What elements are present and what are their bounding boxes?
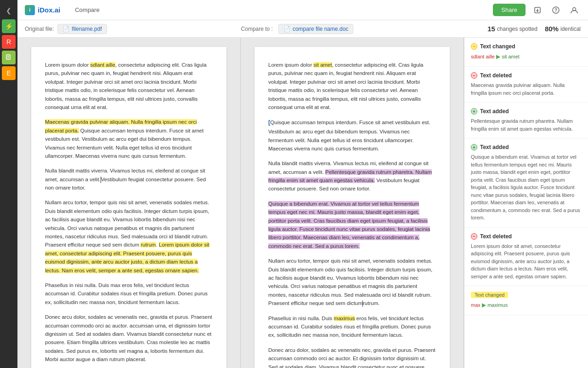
change-body-3: Pellentesque gravida rutrum pharetra. Nu… bbox=[471, 117, 582, 132]
left-para-3: Nulla blandit mattis viverra. Vivamus le… bbox=[45, 167, 213, 192]
sidebar-back-button[interactable]: ❮ bbox=[2, 4, 16, 17]
highlight-rutrum: rutrum bbox=[141, 242, 156, 247]
compare-filename: compare file name.doc bbox=[293, 26, 348, 32]
change-item-3: + Text added Pellentesque gravida rutrum… bbox=[464, 103, 588, 138]
right-para-5: Nullam arcu tortor, tempor quis nisi sit… bbox=[268, 257, 436, 307]
left-doc-pane[interactable]: Lorem ipsum dolor sdlant aille, consecte… bbox=[17, 38, 241, 368]
original-file-label: Original file: bbox=[25, 26, 54, 32]
cursor-2 bbox=[362, 300, 363, 307]
bracket-mark: [ bbox=[268, 119, 270, 126]
header-actions: Share ? bbox=[493, 4, 581, 17]
change-icon-5: − bbox=[471, 233, 477, 240]
change-body-6: max ▶ maximus bbox=[471, 301, 582, 309]
change-title-2: Text deleted bbox=[480, 72, 512, 79]
share-button[interactable]: Share bbox=[493, 4, 526, 16]
change-body-5: Lorem ipsum dolor sit amet, consectetur … bbox=[471, 242, 582, 281]
highlight-maecenas: Maecenas gravida pulvinar aliquam. Nulla… bbox=[45, 119, 197, 133]
change-tag-6: Text changed bbox=[471, 292, 508, 298]
left-para-2: Maecenas gravida pulvinar aliquam. Nulla… bbox=[45, 118, 213, 160]
pdf-icon: 📄 bbox=[62, 26, 69, 32]
left-doc-content: Lorem ipsum dolor sdlant aille, consecte… bbox=[31, 47, 226, 368]
compare-file-chip[interactable]: 📄 compare file name.doc bbox=[278, 24, 353, 34]
sidebar-item-e[interactable]: E bbox=[2, 66, 16, 80]
cursor-1 bbox=[101, 177, 101, 183]
logo: i iDox.ai bbox=[25, 5, 60, 15]
help-icon[interactable]: ? bbox=[549, 4, 562, 17]
change-header-2: − Text deleted bbox=[471, 72, 582, 79]
sidebar-item-lightning[interactable]: ⚡ bbox=[2, 19, 16, 33]
file-bar: Original file: 📄 filename.pdf Compare to… bbox=[17, 20, 588, 38]
change-title-5: Text deleted bbox=[480, 233, 512, 240]
change-title-4: Text added bbox=[480, 144, 509, 150]
right-para-7: Donec arcu dolor, sodales ac venenatis n… bbox=[268, 346, 436, 368]
change-item-4: + Text added Quisque a bibendum erat. Vi… bbox=[464, 138, 588, 228]
right-para-6: Phasellus in nisi nulla. Duis maximus er… bbox=[268, 314, 436, 339]
changes-count: 15 bbox=[487, 25, 495, 33]
svg-text:?: ? bbox=[554, 8, 557, 13]
original-filename: filename.pdf bbox=[72, 26, 102, 32]
identical-label: identical bbox=[560, 26, 581, 32]
change-to-1: sit amet bbox=[502, 54, 520, 59]
sidebar-item-r[interactable]: R bbox=[2, 35, 16, 49]
left-para-6: Donec arcu dolor, sodales ac venenatis n… bbox=[45, 313, 213, 363]
brand-name: iDox.ai bbox=[38, 6, 60, 14]
change-body-1: sdlant aille ▶ sit amet bbox=[471, 52, 582, 61]
change-item-5: − Text deleted Lorem ipsum dolor sit ame… bbox=[464, 228, 588, 287]
change-body-4: Quisque a bibendum erat. Vivamus at tort… bbox=[471, 153, 582, 222]
change-icon-3: + bbox=[471, 108, 477, 115]
stats-bar: 15 changes spotted 80% identical bbox=[487, 25, 581, 33]
main-container: i iDox.ai Compare Share ? Original file:… bbox=[17, 0, 588, 368]
change-from-1: sdlant aille bbox=[471, 54, 495, 59]
logo-icon: i bbox=[25, 5, 35, 15]
change-item-2: − Text deleted Maecenas gravida pulvinar… bbox=[464, 67, 588, 103]
highlight-sit-amet: sit amet bbox=[313, 62, 332, 68]
header: i iDox.ai Compare Share ? bbox=[17, 0, 588, 20]
identical-pct: 80% bbox=[545, 25, 559, 33]
export-icon[interactable] bbox=[531, 4, 544, 17]
doc-icon: 📄 bbox=[283, 26, 290, 32]
sidebar: ❮ ⚡ R E bbox=[0, 0, 17, 368]
left-para-1: Lorem ipsum dolor sdlant aille, consecte… bbox=[45, 61, 213, 111]
change-header-3: + Text added bbox=[471, 108, 582, 115]
change-title-1: Text changed bbox=[480, 43, 515, 50]
highlight-quisque: Quisque a bibendum erat. Vivamus at tort… bbox=[268, 201, 430, 249]
change-header-5: − Text deleted bbox=[471, 233, 582, 240]
changes-label: changes spotted bbox=[497, 26, 537, 32]
original-file-chip[interactable]: 📄 filename.pdf bbox=[57, 24, 107, 34]
header-title: Compare bbox=[75, 6, 99, 13]
highlight-lorem-deleted: Lorem ipsum dolor sit amet, consectetur … bbox=[45, 242, 209, 273]
highlight-maximus: maximus bbox=[334, 316, 355, 321]
user-icon[interactable] bbox=[568, 4, 581, 17]
right-para-2: [Quisque accumsan tempus interdum. Fusce… bbox=[268, 118, 436, 153]
change-header-6: Text changed bbox=[471, 292, 582, 298]
arrow-icon-1: ▶ bbox=[496, 53, 502, 60]
change-item-6: Text changed max ▶ maximus bbox=[464, 286, 588, 315]
change-item-1: ~ Text changed sdlant aille ▶ sit amet bbox=[464, 38, 588, 67]
left-para-4: Nullam arcu tortor, tempor quis nisi sit… bbox=[45, 198, 213, 275]
changes-panel: ~ Text changed sdlant aille ▶ sit amet −… bbox=[464, 38, 588, 368]
right-para-1: Lorem ipsum dolor sit amet, consectetur … bbox=[268, 61, 436, 111]
arrow-icon-6: ▶ bbox=[482, 302, 487, 308]
sidebar-item-doc[interactable] bbox=[2, 51, 16, 64]
right-doc-content: Lorem ipsum dolor sit amet, consectetur … bbox=[254, 47, 450, 368]
change-to-6: maximus bbox=[487, 302, 508, 308]
change-title-3: Text added bbox=[480, 108, 509, 115]
compare-to-label: Compare to : bbox=[241, 26, 273, 32]
change-body-2: Maecenas gravida pulvinar aliquam. Nulla… bbox=[471, 81, 582, 97]
change-from-6: max bbox=[471, 302, 481, 308]
highlight-pellentesque: Pellentesque gravida rutrum pharetra. Nu… bbox=[268, 169, 432, 183]
highlight-sdlant: sdlant aille bbox=[90, 62, 115, 68]
change-icon-4: + bbox=[471, 144, 477, 150]
content-area: Lorem ipsum dolor sdlant aille, consecte… bbox=[17, 38, 588, 368]
change-header-1: ~ Text changed bbox=[471, 43, 582, 50]
right-doc-pane[interactable]: Lorem ipsum dolor sit amet, consectetur … bbox=[241, 38, 464, 368]
left-para-5: Phasellus in nisi nulla. Duis max eros f… bbox=[45, 281, 213, 306]
change-icon-1: ~ bbox=[471, 43, 477, 50]
change-header-4: + Text added bbox=[471, 144, 582, 150]
right-para-4: Quisque a bibendum erat. Vivamus at tort… bbox=[268, 200, 436, 250]
right-para-3: Nulla blandit mattis viverra. Vivamus le… bbox=[268, 159, 436, 193]
change-icon-2: − bbox=[471, 72, 477, 79]
